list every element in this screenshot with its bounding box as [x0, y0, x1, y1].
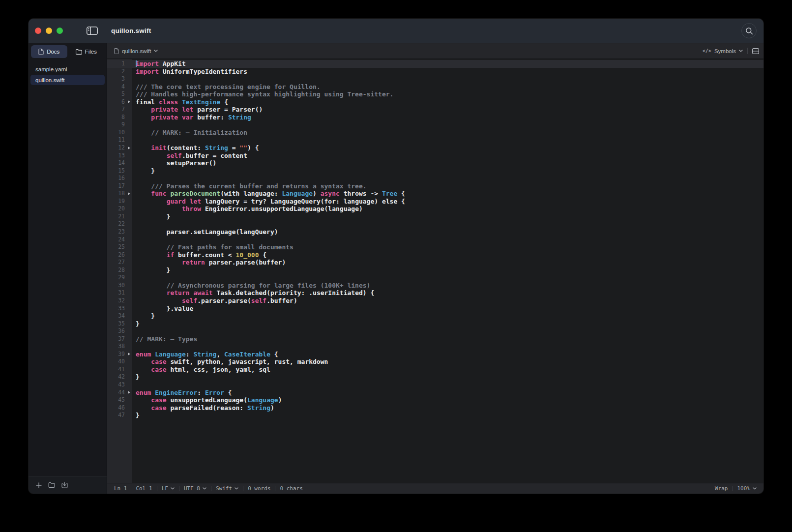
new-folder-button[interactable] [48, 481, 56, 489]
code-line: 17 /// Parses the current buffer and ret… [107, 182, 763, 190]
line-number: 42 [107, 373, 132, 381]
import-icon [61, 482, 68, 488]
line-number: 11 [107, 136, 132, 144]
chevron-down-icon [235, 487, 238, 490]
status-label: UTF-8 [184, 485, 200, 492]
line-content: case swift, python, javascript, rust, ma… [132, 358, 328, 366]
line-content: } [132, 373, 140, 381]
line-content: case unsupportedLanguage(Language) [132, 396, 282, 404]
close-button[interactable] [35, 28, 41, 34]
plus-icon [36, 482, 42, 488]
zoom-button[interactable] [57, 28, 63, 34]
fold-triangle-icon[interactable] [128, 192, 130, 195]
code-line: 47} [107, 412, 763, 419]
line-content: import UniformTypeIdentifiers [132, 68, 247, 76]
code-line: 7 private let parser = Parser() [107, 106, 763, 114]
line-content: final class TextEngine { [132, 98, 228, 106]
line-number: 46 [107, 404, 132, 412]
line-number: 35 [107, 320, 132, 328]
breadcrumb-file-selector[interactable]: quillon.swift [114, 48, 158, 54]
sidebar-toggle-icon [87, 27, 98, 35]
line-number: 32 [107, 297, 132, 305]
fold-triangle-icon[interactable] [128, 147, 130, 149]
status-label: Ln 1 [114, 485, 127, 492]
fold-triangle-icon[interactable] [128, 353, 130, 355]
line-number: 29 [107, 274, 132, 282]
search-button[interactable] [741, 23, 757, 38]
new-folder-icon [48, 482, 55, 488]
line-number: 23 [107, 228, 132, 236]
status-utf-8[interactable]: UTF-8 [179, 485, 211, 492]
symbols-label: Symbols [714, 48, 736, 54]
code-editor[interactable]: 1import AppKit2import UniformTypeIdentif… [107, 59, 763, 483]
file-list: sample.yamlquillon.swift [29, 60, 107, 476]
line-content: } [132, 312, 155, 320]
symbols-button[interactable]: </> Symbols [703, 48, 743, 54]
code-line: 21 } [107, 213, 763, 221]
split-editor-button[interactable] [752, 48, 759, 54]
status-col-1: Col 1 [132, 485, 157, 492]
code-line: 32 self.parser.parse(self.buffer) [107, 297, 763, 305]
line-number: 7 [107, 106, 132, 114]
line-content [132, 75, 136, 83]
status-right: Wrap100% [710, 485, 757, 492]
code-lines: 1import AppKit2import UniformTypeIdentif… [107, 59, 763, 419]
status-label: 0 chars [280, 485, 302, 492]
line-content: // MARK: — Initialization [132, 129, 247, 137]
status-lf[interactable]: LF [157, 485, 179, 492]
code-line: 41 case html, css, json, yaml, sql [107, 366, 763, 374]
fold-triangle-icon[interactable] [128, 391, 130, 394]
line-content: /// Parses the current buffer and return… [132, 182, 367, 190]
minimize-button[interactable] [46, 28, 52, 34]
import-button[interactable] [60, 481, 68, 489]
line-content: parser.setLanguage(langQuery) [132, 228, 278, 236]
folder-icon [76, 49, 82, 55]
file-item[interactable]: sample.yaml [30, 64, 105, 74]
line-number: 10 [107, 129, 132, 137]
code-line: 28 } [107, 266, 763, 274]
line-number: 45 [107, 396, 132, 404]
line-number: 15 [107, 167, 132, 175]
sidebar-tab-files[interactable]: Files [68, 45, 105, 58]
line-content: case html, css, json, yaml, sql [132, 366, 270, 374]
sidebar-toggle-button[interactable] [85, 25, 99, 37]
code-line: 13 self.buffer = content [107, 152, 763, 160]
code-line: 3 [107, 75, 763, 83]
line-number: 12 [107, 144, 132, 152]
status-swift[interactable]: Swift [211, 485, 243, 492]
code-line: 4/// The core text processing engine for… [107, 83, 763, 91]
code-line: 42} [107, 373, 763, 381]
fold-triangle-icon[interactable] [128, 100, 130, 103]
line-content [132, 220, 136, 228]
line-content [132, 136, 136, 144]
line-number: 1 [107, 60, 132, 68]
line-number: 44 [107, 389, 132, 397]
code-line: 35} [107, 320, 763, 328]
code-line: 36 [107, 327, 763, 335]
code-line: 25 // Fast paths for small documents [107, 243, 763, 251]
code-line: 5/// Handles high-performance syntax hig… [107, 90, 763, 98]
line-number: 16 [107, 175, 132, 182]
line-content: import AppKit [132, 60, 186, 68]
line-content: } [132, 167, 155, 175]
line-number: 43 [107, 381, 132, 389]
line-number: 5 [107, 90, 132, 98]
sidebar-tab-docs[interactable]: Docs [31, 45, 67, 58]
plus-button[interactable] [35, 481, 43, 489]
code-line: 22 [107, 220, 763, 228]
code-line: 38 [107, 343, 763, 351]
file-item[interactable]: quillon.swift [30, 75, 105, 85]
editor-pane: quillon.swift </> Symbols [107, 43, 763, 494]
divider [747, 48, 748, 54]
line-content: init(content: String = "") { [132, 144, 259, 152]
status-100-[interactable]: 100% [733, 485, 757, 492]
line-number: 36 [107, 327, 132, 335]
titlebar: quillon.swift [29, 19, 763, 43]
chevron-down-icon [171, 487, 175, 490]
line-number: 41 [107, 366, 132, 374]
line-number: 19 [107, 198, 132, 206]
document-icon [38, 49, 44, 55]
code-line: 9 [107, 121, 763, 129]
chevron-down-icon [739, 50, 743, 52]
code-line: 39enum Language: String, CaseIterable { [107, 351, 763, 358]
